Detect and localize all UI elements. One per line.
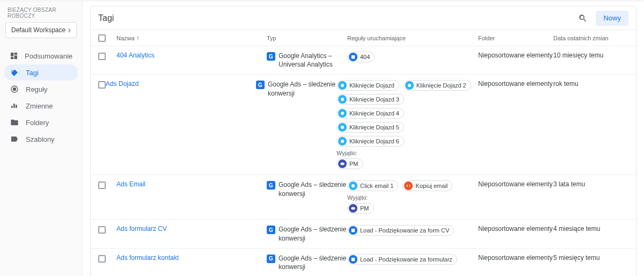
- trigger-chip[interactable]: Kliknięcie Dojazd: [336, 80, 399, 91]
- page-icon: [349, 255, 357, 264]
- trigger-chip[interactable]: Click email 1: [347, 180, 398, 191]
- chip-label: 404: [360, 54, 370, 60]
- tag-name-link[interactable]: Ads Email: [116, 180, 145, 188]
- chip-label: Kliknięcie Dojazd 3: [349, 96, 399, 103]
- type-badge-icon: G: [267, 226, 275, 234]
- chip-label: Kopiuj email: [415, 183, 448, 189]
- folder-cell: Nieposortowane elementy: [478, 225, 553, 233]
- table-row: Ads formularz kontaktGGoogle Ads – śledz…: [91, 249, 636, 276]
- exceptions-label: Wyjątki:: [347, 194, 473, 201]
- sidebar: BIEŻĄCY OBSZAR ROBOCZY Default Workspace…: [0, 2, 83, 276]
- click-icon: [405, 81, 414, 90]
- date-cell: 10 miesięcy temu: [553, 52, 628, 59]
- chip-label: Kliknięcie Dojazd 6: [349, 138, 399, 144]
- trigger-chip[interactable]: Kliknięcie Dojazd 3: [336, 94, 404, 105]
- panel-title: Tagi: [98, 13, 114, 23]
- chip-label: Kliknięcie Dojazd 4: [349, 110, 399, 117]
- date-cell: 5 miesięcy temu: [553, 254, 628, 262]
- trigger-chip[interactable]: Kliknięcie Dojazd 5: [336, 122, 404, 133]
- sidebar-nav: Podsumowanie Tagi Reguły Zmienne Foldery…: [0, 46, 82, 147]
- date-cell: 4 miesiące temu: [553, 225, 628, 233]
- sidebar-item-label: Tagi: [26, 69, 39, 77]
- eye-icon: [349, 204, 357, 213]
- chevron-right-icon: ›: [68, 26, 71, 34]
- tags-panel: Tagi Nowy Nazwa↑ Typ Reguły uruchamiając…: [90, 6, 636, 276]
- chip-label: PM: [360, 205, 369, 212]
- sidebar-item-label: Zmienne: [26, 102, 53, 110]
- variables-icon: [10, 101, 19, 111]
- search-icon[interactable]: [577, 13, 588, 24]
- new-button[interactable]: Nowy: [596, 11, 628, 26]
- chip-label: PM: [349, 161, 358, 167]
- workspace-section-label: BIEŻĄCY OBSZAR ROBOCZY: [0, 7, 82, 22]
- tag-type: Google Ads – śledzenie konwersji: [279, 225, 347, 242]
- chip-label: Click email 1: [360, 183, 393, 189]
- row-checkbox[interactable]: [98, 181, 106, 189]
- row-checkbox[interactable]: [98, 81, 106, 89]
- folder-cell: Nieposortowane elementy: [478, 52, 553, 59]
- trigger-chip[interactable]: PM: [347, 203, 374, 214]
- sidebar-item-triggers[interactable]: Reguły: [4, 81, 78, 97]
- row-checkbox[interactable]: [98, 53, 106, 60]
- table-row: 404 AnalyticsGGoogle Analytics – Univers…: [91, 46, 636, 75]
- folder-icon: [10, 118, 19, 127]
- sidebar-item-tags[interactable]: Tagi: [4, 64, 78, 81]
- col-header-type[interactable]: Typ: [267, 35, 347, 41]
- click-icon: [349, 181, 357, 190]
- trigger-chip[interactable]: PM: [336, 158, 363, 169]
- date-cell: 3 lata temu: [553, 180, 628, 188]
- dashboard-icon: [10, 51, 18, 61]
- sort-asc-icon: ↑: [136, 34, 140, 42]
- sidebar-item-folders[interactable]: Foldery: [4, 114, 78, 130]
- sidebar-item-variables[interactable]: Zmienne: [4, 98, 78, 114]
- folder-cell: Nieposortowane elementy: [478, 254, 553, 262]
- click-icon: [338, 95, 347, 104]
- tag-name-link[interactable]: Ads Dojazd: [106, 80, 138, 88]
- trigger-chip[interactable]: Kliknięcie Dojazd 2: [404, 80, 471, 91]
- exceptions-label: Wyjątki:: [336, 150, 473, 156]
- type-badge-icon: G: [267, 52, 275, 61]
- select-all-checkbox[interactable]: [98, 34, 106, 42]
- trigger-chip[interactable]: Kliknięcie Dojazd 6: [336, 136, 404, 147]
- sidebar-item-label: Foldery: [26, 119, 49, 127]
- content-area: Tagi Nowy Nazwa↑ Typ Reguły uruchamiając…: [83, 2, 644, 276]
- table-row: Ads formularz CVGGoogle Ads – śledzenie …: [91, 220, 636, 248]
- sidebar-item-label: Podsumowanie: [25, 52, 72, 60]
- target-icon: [10, 84, 19, 94]
- row-checkbox[interactable]: [98, 226, 106, 234]
- tag-name-link[interactable]: Ads formularz kontakt: [116, 254, 179, 262]
- trigger-chip[interactable]: Kliknięcie Dojazd 4: [336, 108, 404, 119]
- chip-label: Kliknięcie Dojazd 2: [416, 82, 466, 89]
- click-icon: [338, 81, 347, 90]
- sidebar-item-overview[interactable]: Podsumowanie: [4, 48, 78, 64]
- tag-name-link[interactable]: Ads formularz CV: [116, 225, 167, 233]
- sidebar-item-templates[interactable]: Szablony: [4, 131, 78, 147]
- workspace-name: Default Workspace: [11, 26, 65, 34]
- chip-label: Kliknięcie Dojazd 5: [349, 124, 399, 130]
- chip-label: Load - Podziękowanie za form CV: [360, 227, 449, 234]
- trigger-chip[interactable]: Load - Podziękowanie za formularz: [347, 254, 457, 265]
- col-header-triggers[interactable]: Reguły uruchamiające: [347, 35, 478, 41]
- trigger-chip[interactable]: 404: [347, 52, 375, 62]
- row-checkbox[interactable]: [98, 255, 106, 263]
- table-row: Ads EmailGGoogle Ads – śledzenie konwers…: [91, 175, 636, 220]
- click-icon: [338, 123, 347, 132]
- workspace-selector[interactable]: Default Workspace ›: [5, 22, 77, 38]
- col-header-name[interactable]: Nazwa↑: [116, 34, 267, 42]
- sidebar-item-label: Szablony: [26, 135, 54, 143]
- folder-cell: Nieposortowane elementy: [478, 180, 553, 188]
- trigger-chip[interactable]: Kopiuj email: [402, 180, 452, 191]
- tag-icon: [10, 68, 19, 77]
- col-header-folder[interactable]: Folder: [478, 35, 553, 41]
- tag-type: Google Analytics – Universal Analytics: [279, 52, 347, 69]
- col-header-date[interactable]: Data ostatnich zmian: [553, 35, 628, 41]
- eye-icon: [338, 159, 347, 168]
- tag-name-link[interactable]: 404 Analytics: [116, 52, 155, 59]
- trigger-chip[interactable]: Load - Podziękowanie za form CV: [347, 225, 454, 236]
- page-icon: [349, 53, 357, 61]
- click-icon: [338, 109, 347, 118]
- chip-label: Kliknięcie Dojazd: [349, 82, 394, 89]
- date-cell: rok temu: [553, 80, 628, 88]
- tag-type: Google Ads – śledzenie konwersji: [279, 254, 347, 271]
- table-header: Nazwa↑ Typ Reguły uruchamiające Folder D…: [91, 30, 636, 46]
